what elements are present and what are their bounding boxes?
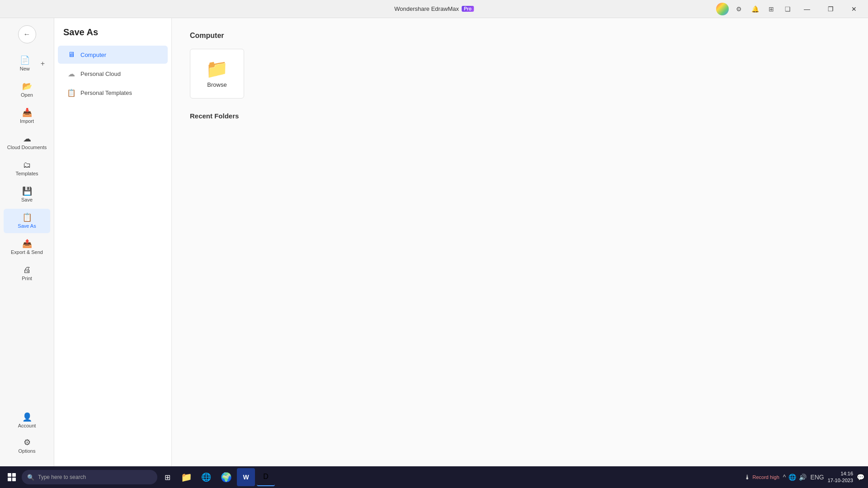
clock-time: 14:16: [828, 470, 853, 477]
avatar[interactable]: [716, 3, 729, 15]
app-body: ← 📄 New + 📂 Open 📥 Import ☁ Cloud Docume…: [0, 18, 868, 466]
pro-badge: Pro: [462, 6, 474, 12]
temp-area: 🌡 Record high: [744, 474, 779, 481]
speaker-icon[interactable]: 🔊: [799, 474, 807, 481]
close-button[interactable]: ✕: [844, 2, 864, 16]
app-title-area: Wondershare EdrawMax Pro: [394, 5, 474, 12]
account-icon: 👤: [22, 413, 32, 421]
sidebar-item-save[interactable]: 💾 Save: [4, 183, 50, 207]
layers-icon[interactable]: ❏: [781, 3, 794, 15]
sidebar-item-export-send-label: Export & Send: [11, 249, 43, 255]
minimize-button[interactable]: —: [797, 2, 817, 16]
personal-templates-icon: 📋: [67, 88, 76, 97]
open-icon: 📂: [22, 82, 32, 90]
taskbar-app-edrawmax[interactable]: D: [257, 468, 275, 486]
start-button[interactable]: [4, 469, 20, 485]
sidebar-bottom: 👤 Account ⚙ Options: [0, 408, 54, 466]
app-title: Wondershare EdrawMax: [394, 5, 459, 12]
network-icon[interactable]: 🌐: [788, 474, 796, 481]
search-icon: 🔍: [27, 474, 34, 481]
templates-icon: 🗂: [23, 161, 31, 169]
sidebar-item-save-as[interactable]: 📋 Save As: [4, 209, 50, 233]
sidebar-item-save-as-label: Save As: [18, 223, 36, 229]
save-icon: 💾: [22, 187, 32, 195]
recent-folders-title: Recent Folders: [190, 112, 850, 120]
record-high-label: Record high: [752, 474, 779, 480]
sidebar-left: ← 📄 New + 📂 Open 📥 Import ☁ Cloud Docume…: [0, 18, 54, 466]
taskbar-app-edge[interactable]: 🌍: [217, 468, 235, 486]
sub-nav-personal-cloud-label: Personal Cloud: [80, 70, 121, 77]
import-icon: 📥: [22, 108, 32, 117]
sub-nav-computer-label: Computer: [80, 52, 106, 58]
sidebar-item-print-label: Print: [22, 276, 32, 281]
taskbar-app-word[interactable]: W: [237, 468, 255, 486]
titlebar-icons: ⚙ 🔔 ⊞ ❏: [716, 3, 794, 15]
sidebar-item-open[interactable]: 📂 Open: [4, 78, 50, 102]
new-icon: 📄: [20, 56, 30, 64]
start-icon: [8, 473, 16, 481]
personal-cloud-icon: ☁: [67, 69, 76, 78]
sidebar-item-open-label: Open: [21, 92, 33, 98]
taskbar-search[interactable]: 🔍 Type here to search: [22, 470, 157, 484]
sidebar-item-cloud-documents[interactable]: ☁ Cloud Documents: [4, 130, 50, 155]
sidebar-item-export-send[interactable]: 📤 Export & Send: [4, 235, 50, 259]
sub-nav-personal-templates-label: Personal Templates: [80, 89, 132, 96]
print-icon: 🖨: [23, 266, 31, 274]
sidebar-item-templates-label: Templates: [15, 171, 38, 176]
search-placeholder: Type here to search: [38, 474, 86, 480]
sub-nav-personal-cloud[interactable]: ☁ Personal Cloud: [58, 65, 168, 83]
sub-nav-personal-templates[interactable]: 📋 Personal Templates: [58, 84, 168, 102]
sidebar-item-account-label: Account: [18, 423, 36, 428]
sidebar-item-import-label: Import: [20, 118, 34, 124]
sidebar-item-save-label: Save: [21, 197, 33, 202]
main-content: Computer 📁 Browse Recent Folders: [172, 18, 868, 466]
taskbar-right: 🌡 Record high ^ 🌐 🔊 ENG 14:16 17-10-2023…: [744, 470, 864, 484]
sys-tray-icons: ^ 🌐 🔊: [783, 474, 807, 481]
taskbar-app-chrome[interactable]: 🌐: [197, 468, 215, 486]
computer-icon: 🖥: [67, 50, 76, 59]
taskbar: 🔍 Type here to search ⊞ 📁 🌐 🌍 W D 🌡 Reco…: [0, 466, 868, 488]
export-send-icon: 📤: [22, 239, 32, 248]
plus-icon: +: [41, 60, 45, 68]
section-title: Computer: [190, 32, 850, 40]
sidebar-item-options[interactable]: ⚙ Options: [4, 434, 50, 458]
sidebar-item-account[interactable]: 👤 Account: [4, 408, 50, 433]
sidebar-item-new[interactable]: 📄 New +: [4, 52, 50, 76]
save-as-icon: 📋: [22, 213, 32, 221]
browse-card[interactable]: 📁 Browse: [190, 49, 244, 99]
settings-icon[interactable]: ⚙: [732, 3, 745, 15]
grid-icon[interactable]: ⊞: [765, 3, 778, 15]
browse-label: Browse: [207, 81, 226, 88]
bell-icon[interactable]: 🔔: [749, 3, 761, 15]
chevron-icon[interactable]: ^: [783, 474, 786, 481]
temp-icon: 🌡: [744, 474, 750, 481]
sidebar-item-import[interactable]: 📥 Import: [4, 104, 50, 128]
restore-button[interactable]: ❐: [820, 2, 841, 16]
sidebar-item-cloud-documents-label: Cloud Documents: [7, 145, 47, 150]
sidebar-item-templates[interactable]: 🗂 Templates: [4, 156, 50, 181]
cloud-documents-icon: ☁: [23, 135, 31, 143]
task-view-button[interactable]: ⊞: [159, 469, 175, 485]
sidebar-item-print[interactable]: 🖨 Print: [4, 261, 50, 286]
sidebar-item-new-label: New: [20, 66, 30, 71]
taskbar-app-explorer[interactable]: 📁: [177, 468, 195, 486]
options-icon: ⚙: [24, 438, 31, 446]
folder-icon: 📁: [206, 60, 228, 78]
sidebar-item-options-label: Options: [19, 448, 36, 454]
lang-label: ENG: [810, 474, 824, 481]
clock-date: 17-10-2023: [828, 477, 853, 484]
back-button[interactable]: ←: [18, 25, 36, 43]
titlebar: Wondershare EdrawMax Pro ⚙ 🔔 ⊞ ❏ — ❐ ✕: [0, 0, 868, 18]
notification-icon[interactable]: 💬: [857, 474, 864, 481]
sub-nav-computer[interactable]: 🖥 Computer: [58, 46, 168, 64]
panel-title: Save As: [54, 27, 171, 45]
panel-middle: Save As 🖥 Computer ☁ Personal Cloud 📋 Pe…: [54, 18, 172, 466]
clock[interactable]: 14:16 17-10-2023: [828, 470, 853, 484]
